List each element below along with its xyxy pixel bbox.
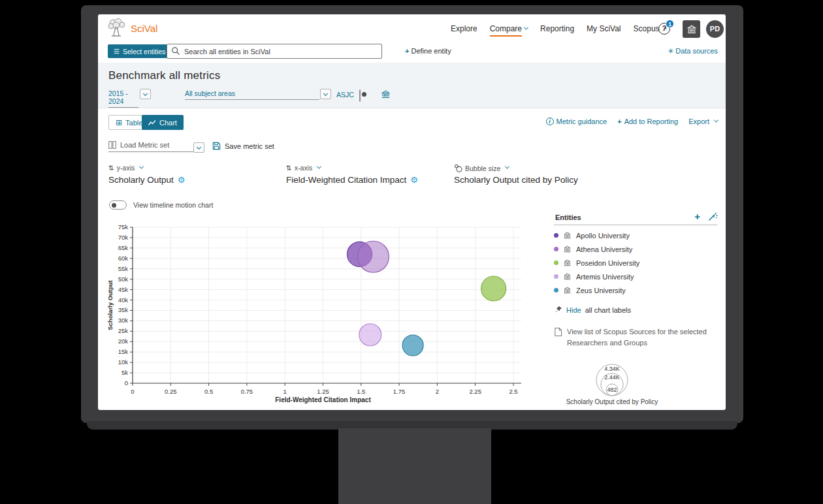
institution-icon xyxy=(563,272,572,281)
y-tick-label: 60k xyxy=(118,255,129,262)
institution-icon xyxy=(563,245,572,253)
hide-labels-text: all chart labels xyxy=(585,306,631,314)
chevron-down-icon xyxy=(197,145,201,150)
y-tick-label: 50k xyxy=(118,276,129,283)
data-sources-icon: ✳ xyxy=(668,47,673,55)
x-tick-label: 0.5 xyxy=(204,388,213,395)
columns-icon xyxy=(108,141,116,149)
chevron-down-icon xyxy=(317,164,321,168)
notification-badge: 1 xyxy=(666,20,674,28)
page-header-band: Benchmark all metrics 2015 - 2024 All su… xyxy=(98,63,726,108)
metric-guidance-link[interactable]: i Metric guidance xyxy=(546,118,607,125)
entities-list: Apollo University Athena University Pose… xyxy=(554,228,717,297)
save-icon xyxy=(212,142,221,150)
entity-color-dot xyxy=(554,247,558,251)
add-entity-button[interactable]: + xyxy=(694,212,700,221)
entity-row[interactable]: Poseidon University xyxy=(554,256,717,270)
x-tick-label: 1.5 xyxy=(357,388,365,395)
scopus-sources-row[interactable]: View list of Scopus Sources for the sele… xyxy=(554,326,717,348)
x-tick-label: 2.5 xyxy=(509,388,517,395)
institution-icon xyxy=(563,231,572,240)
nav-item-reporting[interactable]: Reporting xyxy=(540,24,574,33)
entity-bubble[interactable] xyxy=(359,324,381,346)
legend-value: 482 xyxy=(607,386,617,393)
nav-item-explore[interactable]: Explore xyxy=(451,24,477,33)
legend-value: 2.44K xyxy=(604,374,620,381)
entity-color-dot xyxy=(554,288,558,292)
y-tick-label: 65k xyxy=(118,244,129,251)
entity-row[interactable]: Apollo University xyxy=(554,228,717,242)
y-tick-label: 75k xyxy=(118,223,129,230)
y-axis-picker[interactable]: ⇅ y-axis xyxy=(108,164,143,172)
chevron-down-icon xyxy=(714,118,718,122)
entity-color-dot xyxy=(554,274,558,279)
gear-icon[interactable]: ⚙ xyxy=(178,175,186,185)
entity-row[interactable]: Athena University xyxy=(554,242,717,256)
year-range-chevron[interactable] xyxy=(140,89,151,99)
motion-chart-toggle[interactable] xyxy=(109,200,127,210)
y-tick-label: 45k xyxy=(118,286,129,293)
bubble-size-legend-caption: Scholarly Output cited by Policy xyxy=(547,398,677,405)
nav-item-my-scival[interactable]: My SciVal xyxy=(587,24,621,33)
y-tick-label: 35k xyxy=(118,306,129,313)
bubble-size-picker[interactable]: Bubble size xyxy=(454,164,509,172)
y-tick-label: 5k xyxy=(121,369,128,376)
nav-item-compare[interactable]: Compare xyxy=(490,24,528,33)
x-tick-label: 2 xyxy=(436,388,439,395)
sort-icon: ⇅ xyxy=(286,164,292,172)
plus-icon: + xyxy=(405,47,409,55)
year-range-select[interactable]: 2015 - 2024 xyxy=(108,89,138,108)
subject-area-chevron[interactable] xyxy=(320,89,331,99)
clear-chart-labels-icon[interactable] xyxy=(708,212,718,221)
asjc-label: ASJC xyxy=(336,91,354,99)
gear-icon[interactable]: ⚙ xyxy=(410,175,418,185)
entities-panel-title: Entities xyxy=(555,213,581,221)
entity-bubble[interactable] xyxy=(402,335,423,356)
tab-chart[interactable]: Chart xyxy=(142,115,184,130)
x-tick-label: 0.25 xyxy=(165,388,176,395)
load-metric-set-select[interactable]: Load Metric set xyxy=(108,141,193,152)
entity-color-dot xyxy=(554,233,558,238)
data-sources-button[interactable]: ✳ Data sources xyxy=(668,47,718,55)
motion-chart-toggle-label: View timeline motion chart xyxy=(133,201,213,209)
asjc-toggle[interactable] xyxy=(359,89,361,102)
line-chart-icon xyxy=(148,119,156,126)
load-metric-chevron[interactable] xyxy=(193,142,204,153)
institution-button[interactable] xyxy=(683,20,700,38)
add-to-reporting-link[interactable]: + Add to Reporting xyxy=(617,118,678,125)
y-tick-label: 55k xyxy=(118,265,129,272)
page-title: Benchmark all metrics xyxy=(108,69,220,82)
entity-row[interactable]: Zeus University xyxy=(554,283,717,297)
define-entity-button[interactable]: + Define entity xyxy=(405,47,451,55)
entity-bubble[interactable] xyxy=(357,241,389,272)
institution-filter-icon[interactable] xyxy=(381,89,391,99)
export-menu[interactable]: Export xyxy=(688,118,718,125)
y-tick-label: 30k xyxy=(118,317,129,324)
save-metric-set-button[interactable]: Save metric set xyxy=(212,142,274,150)
x-axis-picker[interactable]: ⇅ x-axis xyxy=(286,164,321,172)
help-button[interactable]: ? 1 xyxy=(658,23,670,35)
grid-icon: ⊞ xyxy=(116,118,122,127)
monitor-stand xyxy=(338,428,491,504)
x-tick-label: 0 xyxy=(131,388,134,395)
y-axis-title: Scholarly Output xyxy=(106,279,114,330)
hide-chart-labels-row: Hide all chart labels xyxy=(554,306,631,314)
bubbles-icon xyxy=(454,164,462,172)
user-avatar[interactable]: PD xyxy=(706,20,724,38)
chevron-down-icon xyxy=(524,25,528,30)
bubble-chart: 05k10k15k20k25k30k35k40k45k50k55k60k65k7… xyxy=(103,222,532,409)
hide-labels-link[interactable]: Hide xyxy=(566,306,581,314)
y-tick-label: 20k xyxy=(118,338,129,345)
y-tick-label: 15k xyxy=(118,348,129,355)
subject-area-select[interactable]: All subject areas xyxy=(185,89,319,100)
elsevier-logo xyxy=(105,18,128,39)
scopus-sources-link[interactable]: View list of Scopus Sources for the sele… xyxy=(567,326,717,348)
list-icon: ☰ xyxy=(114,48,120,55)
entity-bubble[interactable] xyxy=(481,276,506,301)
entity-row[interactable]: Artemis University xyxy=(554,270,717,283)
sort-icon: ⇅ xyxy=(108,164,114,172)
entity-name: Athena University xyxy=(576,245,632,253)
document-icon xyxy=(554,327,562,337)
select-entities-button[interactable]: ☰ Select entities xyxy=(108,44,171,58)
search-input[interactable] xyxy=(167,44,382,59)
